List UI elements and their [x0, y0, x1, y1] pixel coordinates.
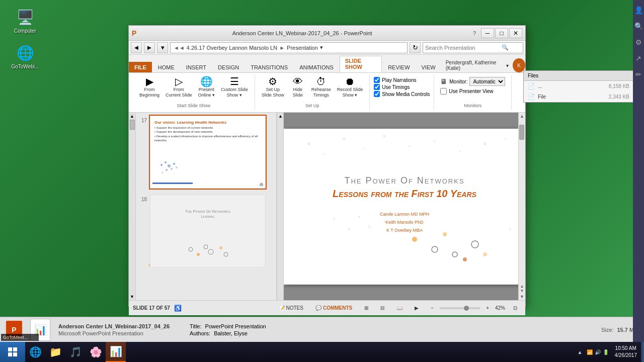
checkbox-play-narrations[interactable]: Play Narrations	[374, 77, 430, 83]
user-dropdown-arrow[interactable]: ▾	[506, 63, 509, 68]
explorer-file-1[interactable]: 📄 ... 8,158 KB	[524, 81, 633, 92]
sidebar-pen-icon[interactable]: ✏	[633, 69, 643, 79]
window-app-icon: P	[132, 29, 136, 37]
fit-slide-btn[interactable]: ⊡	[509, 304, 521, 312]
search-input[interactable]	[425, 45, 501, 51]
checkbox-show-media[interactable]: Show Media Controls	[374, 91, 430, 97]
window-close-btn[interactable]: ✕	[509, 28, 522, 38]
vscroll-up-btn[interactable]: ▲	[520, 113, 524, 120]
btn-rehearse-timings[interactable]: ⏱ RehearseTimings	[309, 75, 334, 100]
tab-transitions[interactable]: TRANSITIONS	[245, 62, 293, 72]
vscroll-scroll-down-small[interactable]: ▼	[520, 289, 524, 293]
nav-back-btn[interactable]: ◄	[131, 42, 142, 53]
slide-num-18: 18	[138, 195, 147, 267]
slide-thumb-17[interactable]: Our vision: Learning Health Networks • S…	[150, 116, 266, 189]
tab-design[interactable]: DESIGN	[212, 62, 245, 72]
scroll-up-btn[interactable]: ▲	[129, 113, 135, 120]
checkbox-use-timings[interactable]: Use Timings	[374, 84, 430, 90]
window-help-btn[interactable]: ?	[468, 28, 481, 38]
slide-18-inner: The Power Of Networks Learning	[150, 195, 265, 267]
btn-from-current[interactable]: ▷ FromCurrent Slide	[163, 75, 195, 100]
zoom-out-btn[interactable]: −	[427, 304, 438, 312]
start-slideshow-buttons: ▶ FromBeginning ▷ FromCurrent Slide 🌐 Pr…	[137, 75, 251, 100]
start-btn[interactable]	[0, 342, 25, 362]
btn-record-show[interactable]: ⏺ Record SlideShow ▾	[335, 75, 366, 100]
window-restore-btn[interactable]: □	[495, 28, 508, 38]
monitor-select[interactable]: Automatic	[469, 77, 505, 86]
presenter-view-label: Use Presenter View	[449, 88, 493, 94]
taskbar-gotomeet[interactable]: 🌸	[86, 342, 106, 362]
scroll-thumb[interactable]	[130, 120, 135, 130]
sidebar-gear-icon[interactable]: ⚙	[633, 37, 643, 47]
tab-review[interactable]: REVIEW	[382, 62, 415, 72]
btn-present-online[interactable]: 🌐 PresentOnline ▾	[196, 75, 218, 100]
explorer-file-2[interactable]: 📄 File 2,343 KB	[524, 92, 633, 102]
show-desktop-btn[interactable]	[641, 342, 644, 362]
presenter-view-input[interactable]	[440, 88, 447, 95]
svg-point-22	[484, 142, 487, 145]
reading-view-btn[interactable]: 📖	[392, 304, 407, 312]
slideshow-btn[interactable]: ▶	[411, 304, 423, 312]
nav-forward-btn[interactable]: ►	[144, 42, 155, 53]
hide-slide-label: HideSlide	[293, 87, 303, 98]
explorer-icon: 📁	[49, 346, 61, 358]
clock[interactable]: 10:50 AM 4/26/2017	[611, 345, 641, 359]
sidebar-person-icon[interactable]: 👤	[633, 5, 643, 15]
use-timings-input[interactable]	[374, 84, 380, 90]
show-media-label: Show Media Controls	[382, 92, 430, 97]
panel-scroll-up[interactable]: ▲	[277, 113, 283, 120]
tab-animations[interactable]: ANIMATIONS	[294, 62, 339, 72]
desktop-icon-gotomeeting[interactable]: 🌐 GoToWebi...	[5, 41, 45, 71]
taskbar-explorer[interactable]: 📁	[45, 342, 65, 362]
search-icon[interactable]: 🔍	[502, 44, 509, 51]
btn-custom-show[interactable]: ☰ Custom SlideShow ▾	[218, 75, 251, 100]
hide-slide-icon: 👁	[293, 76, 303, 86]
taskbar-ppt[interactable]: 📊	[106, 342, 126, 362]
vscroll-scroll-up-small[interactable]: ▲	[520, 284, 524, 289]
rehearse-timings-label: RehearseTimings	[311, 87, 331, 98]
taskbar-media[interactable]: 🎵	[65, 342, 86, 362]
custom-show-icon: ☰	[230, 76, 239, 86]
slide-sorter-btn[interactable]: ⊟	[376, 304, 388, 312]
tab-insert[interactable]: INSERT	[181, 62, 212, 72]
show-media-input[interactable]	[374, 91, 380, 97]
notes-btn[interactable]: 📝 NOTES	[275, 304, 307, 312]
play-narrations-input[interactable]	[374, 77, 380, 83]
zoom-in-btn[interactable]: +	[482, 304, 493, 312]
tab-home[interactable]: HOME	[152, 62, 180, 72]
nav-refresh-btn[interactable]: ↻	[410, 42, 421, 53]
desktop: 🖥️ Computer 🌐 GoToWebi... Files 📄 ... 8,…	[0, 0, 644, 362]
avatar-initials: K	[517, 63, 521, 68]
tab-view[interactable]: VIEW	[416, 62, 441, 72]
tab-slideshow[interactable]: SLIDE SHOW	[340, 56, 382, 72]
desktop-icon-computer[interactable]: 🖥️ Computer	[5, 5, 45, 36]
scroll-down-btn[interactable]: ▼	[129, 293, 135, 300]
desktop-icon-computer-label: Computer	[14, 28, 36, 34]
vscroll-track	[519, 120, 525, 284]
address-path[interactable]: ◄◄ 4.26.17 Overbey Lannon Marsolo LN ► P…	[170, 42, 408, 53]
vscroll-thumb[interactable]	[519, 125, 524, 140]
btn-hide-slide[interactable]: 👁 HideSlide	[288, 75, 308, 100]
notif-expand-btn[interactable]: ▲	[576, 349, 585, 355]
presenter-view-check[interactable]: Use Presenter View	[440, 88, 505, 95]
zoom-slider[interactable]	[440, 307, 480, 309]
svg-point-13	[224, 252, 228, 256]
btn-setup-slideshow[interactable]: ⚙ Set UpSlide Show	[259, 75, 287, 100]
ribbon-tabs: FILE HOME INSERT DESIGN TRANSITIONS ANIM…	[129, 55, 525, 73]
comments-btn[interactable]: 💬 COMMENTS	[311, 304, 356, 312]
tab-file[interactable]: FILE	[129, 62, 152, 72]
taskbar-ie[interactable]: 🌐	[25, 342, 45, 362]
sidebar-share-icon[interactable]: ↗	[633, 53, 643, 63]
normal-view-btn[interactable]: ⊞	[360, 304, 372, 312]
zoom-handle[interactable]	[464, 306, 469, 311]
slide-thumb-18[interactable]: The Power Of Networks Learning	[150, 195, 266, 267]
path-dropdown[interactable]: ▾	[320, 44, 323, 51]
vscroll-down-btn[interactable]: ▼	[520, 293, 524, 300]
svg-point-4	[171, 168, 173, 170]
window-minimize-btn[interactable]: ─	[481, 28, 494, 38]
btn-from-beginning[interactable]: ▶ FromBeginning	[137, 75, 162, 100]
sidebar-search-icon[interactable]: 🔍	[633, 21, 643, 31]
bottom-title-line: Title: PowerPoint Presentation	[190, 323, 266, 329]
setup-buttons: ⚙ Set UpSlide Show 👁 HideSlide ⏱ Rehears…	[259, 75, 366, 100]
nav-dropdown-btn[interactable]: ▾	[157, 42, 168, 53]
